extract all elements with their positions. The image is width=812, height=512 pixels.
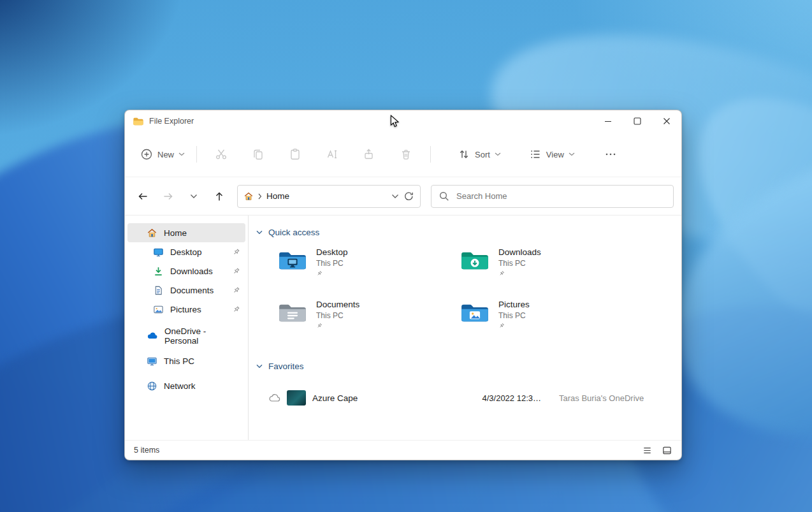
sidebar-item-label: Network [164, 381, 196, 391]
sidebar-item-label: Pictures [170, 305, 201, 314]
tile-location: This PC [316, 311, 359, 320]
maximize-button[interactable] [623, 110, 652, 132]
sidebar-item-downloads[interactable]: Downloads [127, 261, 245, 281]
sidebar-item-network[interactable]: Network [127, 376, 245, 395]
file-source: Taras Buria's OneDrive [547, 393, 669, 403]
thumbnail-view-icon[interactable] [662, 445, 672, 456]
sort-arrows-icon [458, 148, 470, 161]
quick-access-tiles: Desktop This PC [278, 247, 671, 337]
tile-location: This PC [316, 259, 348, 268]
breadcrumb-home[interactable]: Home [266, 191, 289, 201]
cloud-status-icon [269, 393, 280, 402]
sort-button[interactable]: Sort [451, 142, 507, 167]
items-view: Quick access [249, 216, 681, 440]
new-button[interactable]: New [134, 142, 191, 167]
up-button[interactable] [208, 185, 231, 208]
picture-icon [153, 304, 164, 315]
refresh-button[interactable] [403, 191, 414, 201]
file-explorer-app-icon [133, 116, 144, 127]
chevron-down-icon [178, 152, 185, 156]
sidebar-item-label: Documents [170, 286, 214, 295]
sidebar-item-label: Home [164, 228, 187, 238]
tile-desktop[interactable]: Desktop This PC [278, 247, 460, 284]
onedrive-cloud-icon [147, 330, 158, 342]
tile-location: This PC [498, 311, 530, 320]
download-arrow-icon [153, 266, 164, 277]
navigation-pane: Home Desktop [125, 216, 249, 440]
sidebar-item-home[interactable]: Home [127, 223, 245, 242]
details-view-icon[interactable] [642, 445, 653, 456]
pin-icon [232, 248, 240, 256]
pin-icon [232, 305, 240, 314]
pin-icon [498, 270, 541, 277]
pin-icon [316, 270, 348, 277]
sidebar-item-onedrive[interactable]: OneDrive - Personal [127, 326, 245, 346]
file-explorer-window: File Explorer N [124, 110, 682, 460]
breadcrumb-separator-icon [258, 193, 262, 200]
new-button-label: New [157, 150, 174, 159]
file-name: Azure Cape [312, 393, 439, 403]
file-thumbnail [287, 390, 306, 406]
titlebar[interactable]: File Explorer [125, 110, 681, 132]
sidebar-item-label: OneDrive - Personal [164, 326, 240, 346]
sidebar-item-label: Downloads [170, 267, 213, 276]
address-bar[interactable]: Home [237, 185, 421, 208]
back-button[interactable] [131, 185, 154, 208]
chevron-down-icon [256, 230, 263, 235]
mouse-cursor [390, 115, 400, 128]
sidebar-item-label: This PC [164, 356, 194, 366]
toolbar-separator [430, 146, 431, 163]
forward-button[interactable] [157, 185, 180, 208]
tile-documents[interactable]: Documents This PC [278, 300, 460, 337]
documents-folder-icon [278, 301, 307, 325]
chevron-down-icon [569, 152, 575, 156]
rename-button[interactable] [318, 142, 346, 167]
delete-button[interactable] [392, 142, 420, 167]
desktop-monitor-icon [153, 247, 164, 258]
tile-pictures[interactable]: Pictures This PC [460, 300, 642, 337]
cut-button[interactable] [207, 142, 235, 167]
view-list-icon [529, 148, 542, 161]
recent-locations-button[interactable] [182, 185, 205, 208]
toolbar-separator [196, 146, 197, 163]
sidebar-item-documents[interactable]: Documents [127, 281, 245, 300]
sidebar-item-pictures[interactable]: Pictures [127, 300, 245, 319]
sidebar-item-desktop[interactable]: Desktop [127, 242, 245, 261]
quick-access-section-header[interactable]: Quick access [256, 226, 671, 238]
home-icon [147, 228, 157, 238]
chevron-down-icon [256, 364, 263, 369]
close-button[interactable] [652, 110, 681, 132]
pin-icon [316, 323, 359, 329]
status-bar: 5 items [125, 440, 681, 460]
tile-downloads[interactable]: Downloads This PC [460, 247, 642, 284]
view-button-label: View [546, 150, 564, 159]
plus-circle-icon [140, 148, 153, 161]
sidebar-item-this-pc[interactable]: This PC [127, 351, 245, 370]
paste-button[interactable] [281, 142, 309, 167]
tile-name: Downloads [498, 247, 541, 257]
downloads-folder-icon [460, 249, 489, 273]
share-button[interactable] [355, 142, 383, 167]
more-options-button[interactable] [597, 142, 625, 167]
tile-name: Desktop [316, 247, 348, 257]
sidebar-item-label: Desktop [170, 247, 202, 257]
favorites-section-header[interactable]: Favorites [256, 360, 671, 372]
pin-icon [498, 323, 530, 329]
search-box[interactable] [431, 185, 674, 208]
section-title: Favorites [268, 362, 304, 371]
favorite-file-row[interactable]: Azure Cape 4/3/2022 12:3… Taras Buria's … [256, 388, 671, 408]
minimize-button[interactable] [593, 110, 623, 132]
pictures-folder-icon [460, 301, 489, 325]
desktop-folder-icon [278, 249, 307, 273]
tile-location: This PC [498, 259, 541, 268]
item-count: 5 items [134, 446, 159, 455]
network-globe-icon [147, 381, 157, 391]
pin-icon [232, 286, 240, 295]
sort-button-label: Sort [475, 150, 490, 159]
copy-button[interactable] [244, 142, 272, 167]
search-input[interactable] [455, 191, 666, 201]
address-dropdown-chevron-icon[interactable] [391, 194, 399, 199]
view-button[interactable]: View [523, 142, 581, 167]
tile-name: Documents [316, 300, 359, 309]
search-icon [439, 191, 449, 201]
